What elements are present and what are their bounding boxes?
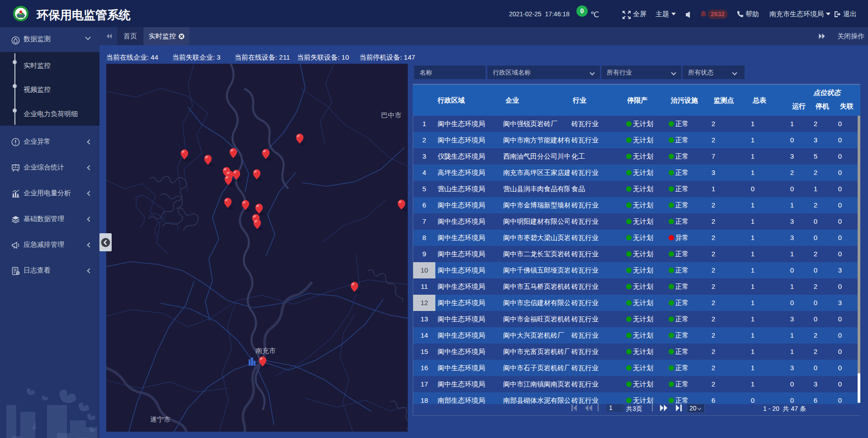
svg-text:遂宁市: 遂宁市: [150, 415, 170, 423]
svg-text:巴中市: 巴中市: [381, 111, 401, 119]
svg-text:南充市: 南充市: [255, 347, 276, 354]
